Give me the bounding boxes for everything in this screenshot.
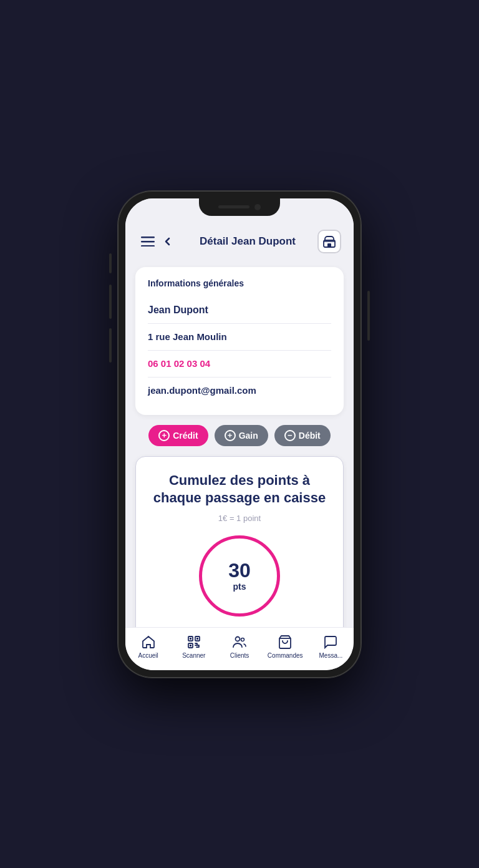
clients-icon <box>231 634 248 650</box>
gain-button[interactable]: + Gain <box>215 425 268 446</box>
svg-rect-8 <box>190 638 191 640</box>
nav-item-home[interactable]: Accueil <box>125 634 171 659</box>
nav-scanner-label: Scanner <box>182 652 205 659</box>
nav-home-label: Accueil <box>138 652 158 659</box>
svg-rect-1 <box>141 241 155 243</box>
customer-email: jean.dupont@gmail.com <box>148 385 256 396</box>
name-row: Jean Dupont <box>148 297 331 324</box>
message-icon <box>322 634 339 650</box>
svg-rect-2 <box>141 245 155 246</box>
points-circle: 30 pts <box>199 535 280 617</box>
nav-item-messages[interactable]: Messa... <box>308 634 354 659</box>
nav-messages-label: Messa... <box>319 652 343 659</box>
scanner-icon <box>186 634 202 650</box>
customer-phone: 06 01 02 03 04 <box>148 358 210 369</box>
debit-minus-icon: − <box>284 430 296 441</box>
menu-button[interactable] <box>138 232 158 251</box>
customer-address: 1 rue Jean Moulin <box>148 331 227 342</box>
nav-item-orders[interactable]: Commandes <box>263 634 308 659</box>
orders-icon <box>277 634 293 650</box>
gain-plus-icon: + <box>225 430 236 441</box>
email-row: jean.dupont@gmail.com <box>148 378 331 404</box>
credit-plus-icon: + <box>158 430 170 441</box>
credit-button[interactable]: + Crédit <box>148 425 208 446</box>
volume-down-button <box>109 285 112 319</box>
home-icon <box>140 634 157 650</box>
phone-row: 06 01 02 03 04 <box>148 351 331 378</box>
bottom-nav: Accueil Scanner <box>125 627 354 670</box>
notch <box>199 198 280 216</box>
store-button[interactable] <box>317 230 341 253</box>
phone-screen: Détail Jean Dupont Informations générale… <box>125 198 354 670</box>
nav-clients-label: Clients <box>230 652 249 659</box>
svg-rect-10 <box>190 645 191 646</box>
svg-point-11 <box>236 636 240 641</box>
customer-name: Jean Dupont <box>148 305 208 315</box>
points-number: 30 <box>228 560 251 582</box>
svg-rect-4 <box>327 243 331 247</box>
info-card: Informations générales Jean Dupont 1 rue… <box>135 267 344 415</box>
volume-up-button <box>109 253 112 273</box>
points-circle-container: 30 pts <box>148 535 331 617</box>
scroll-area: Informations générales Jean Dupont 1 rue… <box>125 261 354 627</box>
camera <box>254 204 261 210</box>
power-button <box>367 291 370 341</box>
nav-item-scanner[interactable]: Scanner <box>171 634 216 659</box>
nav-item-clients[interactable]: Clients <box>216 634 262 659</box>
debit-label: Débit <box>299 431 321 441</box>
gain-label: Gain <box>239 431 258 441</box>
points-subtext: 1€ = 1 point <box>148 514 331 523</box>
credit-label: Crédit <box>173 431 198 441</box>
phone-frame: Détail Jean Dupont Informations générale… <box>118 191 361 678</box>
back-button[interactable] <box>158 232 178 251</box>
speaker <box>218 205 249 208</box>
info-card-title: Informations générales <box>148 278 331 288</box>
points-unit: pts <box>233 582 246 592</box>
debit-button[interactable]: − Débit <box>274 425 331 446</box>
nav-orders-label: Commandes <box>268 652 303 659</box>
points-card: Cumulez des points à chaque passage en c… <box>135 456 344 627</box>
silent-button <box>109 328 112 363</box>
page-title: Détail Jean Dupont <box>178 235 317 248</box>
action-buttons-row: + Crédit + Gain − Débit <box>135 425 344 446</box>
svg-rect-9 <box>196 638 198 640</box>
svg-rect-0 <box>141 237 155 238</box>
address-row: 1 rue Jean Moulin <box>148 324 331 351</box>
svg-point-12 <box>241 638 244 641</box>
points-headline: Cumulez des points à chaque passage en c… <box>148 472 331 507</box>
